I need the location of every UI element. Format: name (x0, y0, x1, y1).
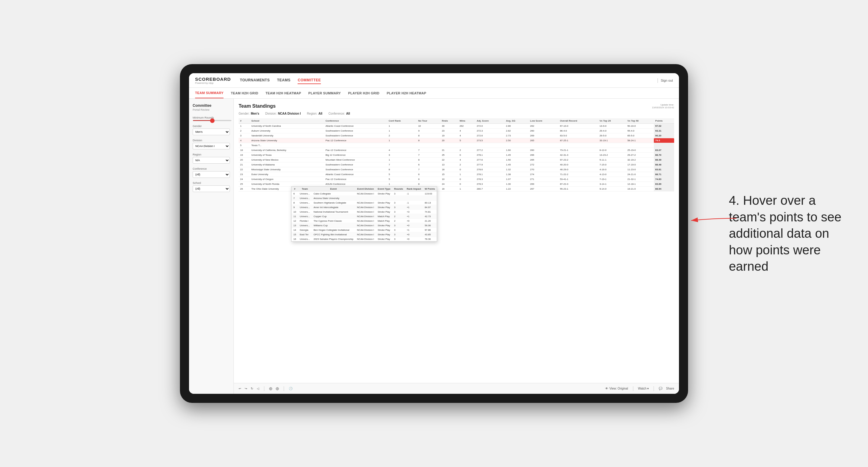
report-header: Team Standings Update time: 13/03/2024 1… (239, 103, 674, 109)
min-rounds-slider[interactable] (193, 120, 232, 121)
add-button[interactable]: ⨁ (276, 387, 279, 390)
sidebar-min-rounds: Minimum Rounds (193, 116, 230, 121)
tablet-screen: SCOREBOARD Powered by clipp TOURNAMENTS … (189, 73, 679, 394)
table-row: 25 University of North Florida ASUN Conf… (239, 182, 674, 187)
undo-button[interactable]: ↩ (239, 387, 241, 390)
tooltip-row: 7 Univers... Arizona State University (291, 196, 437, 200)
top-nav: SCOREBOARD Powered by clipp TOURNAMENTS … (189, 73, 679, 88)
comment-button[interactable]: 💬 (659, 387, 662, 390)
tooltip-row: 13 Univers... Williams Cup NCAA Division… (291, 223, 437, 228)
filter-gender: Gender: Men's (239, 112, 259, 115)
sub-nav-player-summary[interactable]: PLAYER SUMMARY (309, 88, 341, 98)
tooltip-overlay: # Team Event Event Division Event Type R… (291, 186, 437, 242)
col-school: School (250, 118, 324, 124)
redo-button[interactable]: ↪ (245, 387, 247, 390)
col-vs50: Vs Top 50 (626, 118, 654, 124)
filter-region: Region: All (307, 112, 322, 115)
sign-out-button[interactable]: Sign out (661, 79, 673, 82)
toolbar-sep-2 (284, 386, 284, 391)
sidebar-school: School (All) (193, 182, 230, 192)
col-conf-rank: Conf Rank (387, 118, 417, 124)
school-label: School (193, 182, 230, 185)
nav-committee[interactable]: COMMITTEE (298, 77, 321, 84)
conference-select[interactable]: (All) (193, 171, 230, 178)
gender-label: Gender (193, 125, 230, 128)
conference-label: Conference (193, 167, 230, 170)
tooltip-col-rounds: Rounds (392, 187, 405, 191)
col-record: Overall Record (558, 118, 598, 124)
col-rank: # (239, 118, 250, 124)
tooltip-col-division: Event Division (355, 187, 376, 191)
sub-nav-player-h2h-grid[interactable]: PLAYER H2H GRID (348, 88, 379, 98)
nav-links: TOURNAMENTS TEAMS COMMITTEE (240, 77, 657, 84)
table-row: 18 University of California, Berkeley Pa… (239, 148, 674, 153)
tooltip-row: 6 Univers... Cabo Collegiate NCAA Divisi… (291, 191, 437, 196)
division-select[interactable]: NCAA Division I NCAA Division II NCAA Di… (193, 143, 230, 149)
table-row: 19 University of Texas Big 12 Conference… (239, 153, 674, 158)
tooltip-col-team: Team (298, 187, 312, 191)
watch-button[interactable]: Watch ▾ (638, 387, 649, 390)
toolbar-sep-4 (654, 386, 654, 391)
table-header-row: # School Conference Conf Rank No Tour Rn… (239, 118, 674, 124)
col-vs25: Vs Top 25 (598, 118, 626, 124)
refresh-button[interactable]: ↻ (251, 387, 253, 390)
nav-tournaments[interactable]: TOURNAMENTS (240, 77, 270, 84)
logo-sub: Powered by clipp (195, 82, 231, 84)
sidebar-region: Region N/A All (193, 153, 230, 164)
annotation: 4. Hover over a team's points to see add… (729, 192, 850, 275)
table-row: 2 Auburn University Southeastern Confere… (239, 129, 674, 133)
tooltip-row: 15 East Ter OFCC Fighting Illini Invitat… (291, 232, 437, 237)
copy-button[interactable]: ⨁ (269, 387, 272, 390)
tooltip-row: 10 Univers... National Invitational Tour… (291, 210, 437, 214)
sub-nav-team-h2h-heatmap[interactable]: TEAM H2H HEATMAP (266, 88, 301, 98)
division-label: Division (193, 139, 230, 142)
table-row: 23 Duke University Atlantic Coast Confer… (239, 172, 674, 177)
clock-button[interactable]: 🕐 (289, 387, 292, 390)
sub-nav: TEAM SUMMARY TEAM H2H GRID TEAM H2H HEAT… (189, 88, 679, 99)
tooltip-header-row: # Team Event Event Division Event Type R… (291, 187, 437, 191)
standings-table: # School Conference Conf Rank No Tour Rn… (239, 118, 674, 191)
tooltip-row: 11 Univers... Copper Cup NCAA Division I… (291, 214, 437, 219)
back-button[interactable]: ◁ (257, 387, 259, 390)
nav-teams[interactable]: TEAMS (277, 77, 291, 84)
col-tours: No Tour (417, 118, 440, 124)
sidebar-conference: Conference (All) (193, 167, 230, 178)
table-row: 24 University of Oregon Pac-12 Conferenc… (239, 177, 674, 182)
sidebar-title-section: Committee Portal Review (193, 103, 230, 111)
tooltip-table: # Team Event Event Division Event Type R… (291, 187, 437, 241)
logo-text: SCOREBOARD (195, 76, 231, 82)
tooltip-col-event: Event (312, 187, 355, 191)
main-content: Committee Portal Review Minimum Rounds G… (189, 99, 679, 394)
region-label: Region (193, 153, 230, 156)
content-area: Team Standings Update time: 13/03/2024 1… (234, 99, 679, 383)
bottom-toolbar: ↩ ↪ ↻ ◁ ⨁ ⨁ 🕐 👁 View: Original Watch ▾ (234, 383, 679, 394)
annotation-arrow (685, 211, 751, 229)
view-original-button[interactable]: 👁 View: Original (605, 387, 628, 390)
view-label: View: Original (610, 387, 628, 390)
col-avg: Avg. SG (504, 118, 529, 124)
col-low: Low Score (529, 118, 559, 124)
col-wins: Wins (458, 118, 475, 124)
share-button[interactable]: Share (666, 387, 674, 390)
table-row: 20 University of New Mexico Mountain Wes… (239, 158, 674, 162)
table-row: 3 Vanderbilt University Southeastern Con… (239, 133, 674, 138)
sub-nav-team-summary[interactable]: TEAM SUMMARY (195, 88, 223, 98)
gender-select[interactable]: Men's Women's (193, 129, 230, 135)
slider-container (193, 120, 230, 121)
tooltip-col-type: Event Type (376, 187, 392, 191)
sidebar-gender: Gender Men's Women's (193, 125, 230, 135)
sidebar: Committee Portal Review Minimum Rounds G… (189, 99, 234, 394)
col-points: Points (654, 118, 674, 124)
table-row: 1 University of North Carolina Atlantic … (239, 124, 674, 129)
school-select[interactable]: (All) (193, 185, 230, 192)
tooltip-row: 12 Florida I The Cypress Point Classic N… (291, 219, 437, 223)
sidebar-subtitle: Portal Review (193, 108, 230, 111)
region-select[interactable]: N/A All (193, 157, 230, 164)
tooltip-col-rank: # (291, 187, 298, 191)
table-row: 21 University of Alabama Southeastern Co… (239, 162, 674, 167)
sidebar-division: Division NCAA Division I NCAA Division I… (193, 139, 230, 149)
table-row-highlighted: 4 Arizona State University Pac-12 Confer… (239, 138, 674, 143)
sub-nav-player-h2h-heatmap[interactable]: PLAYER H2H HEATMAP (387, 88, 427, 98)
tablet-frame: SCOREBOARD Powered by clipp TOURNAMENTS … (180, 64, 688, 403)
sub-nav-team-h2h-grid[interactable]: TEAM H2H GRID (231, 88, 258, 98)
